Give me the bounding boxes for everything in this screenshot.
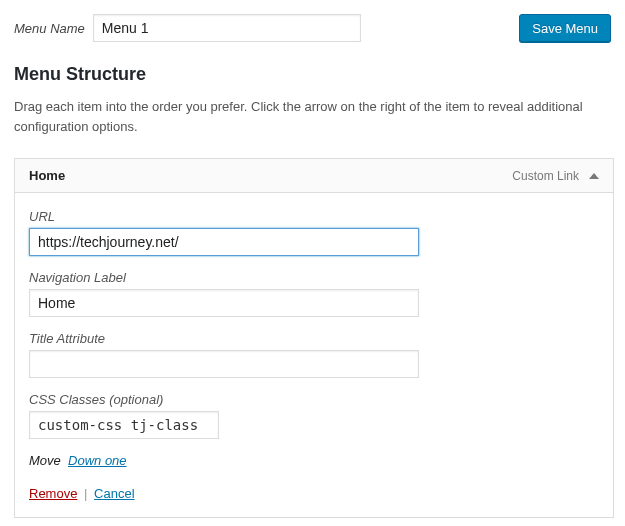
cancel-link[interactable]: Cancel <box>94 486 134 501</box>
menu-item: Home Custom Link URL Navigation Label Ti… <box>14 158 614 518</box>
move-label: Move <box>29 453 61 468</box>
menu-item-type-label: Custom Link <box>512 169 579 183</box>
title-attribute-input[interactable] <box>29 350 419 378</box>
save-menu-button[interactable]: Save Menu <box>519 14 611 42</box>
navigation-label-label: Navigation Label <box>29 270 599 285</box>
menu-item-title: Home <box>29 168 65 183</box>
remove-link[interactable]: Remove <box>29 486 77 501</box>
move-down-link[interactable]: Down one <box>68 453 127 468</box>
menu-item-header[interactable]: Home Custom Link <box>15 159 613 193</box>
section-description: Drag each item into the order you prefer… <box>14 97 594 136</box>
url-input[interactable] <box>29 228 419 256</box>
navigation-label-input[interactable] <box>29 289 419 317</box>
menu-name-input[interactable] <box>93 14 361 42</box>
collapse-arrow-icon <box>589 173 599 179</box>
css-classes-label: CSS Classes (optional) <box>29 392 599 407</box>
url-label: URL <box>29 209 599 224</box>
menu-name-label: Menu Name <box>14 21 85 36</box>
section-title: Menu Structure <box>14 64 611 85</box>
title-attribute-label: Title Attribute <box>29 331 599 346</box>
css-classes-input[interactable] <box>29 411 219 439</box>
separator: | <box>84 486 87 501</box>
menu-item-body: URL Navigation Label Title Attribute CSS… <box>15 193 613 517</box>
